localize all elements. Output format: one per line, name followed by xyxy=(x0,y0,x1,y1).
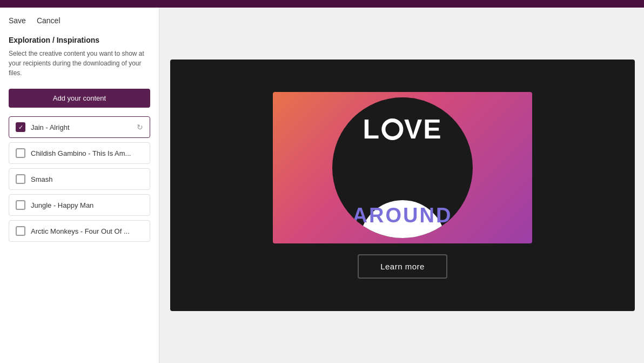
sidebar: Save Cancel Exploration / Inspirations S… xyxy=(0,8,159,363)
item-label-jungle: Jungle - Happy Man xyxy=(31,201,143,209)
preview-container: IF L VE AROUND IS xyxy=(170,60,635,311)
is-text: IS xyxy=(531,154,532,181)
checkbox-childish[interactable] xyxy=(16,148,25,158)
item-label-arctic: Arctic Monkeys - Four Out Of ... xyxy=(31,227,143,235)
list-item: Smash xyxy=(9,168,150,190)
item-label-smash: Smash xyxy=(31,175,143,183)
preview-image: IF L VE AROUND IS xyxy=(273,92,532,243)
list-item: Jungle - Happy Man xyxy=(9,194,150,216)
love-o xyxy=(381,118,403,140)
save-button[interactable]: Save xyxy=(9,16,26,25)
list-item: Arctic Monkeys - Four Out Of ... xyxy=(9,220,150,242)
love-circle: L VE AROUND xyxy=(332,97,473,238)
checkbox-arctic[interactable] xyxy=(16,226,25,236)
item-label-childish: Childish Gambino - This Is Am... xyxy=(31,149,143,157)
list-item: Jain - Alright ↻ xyxy=(9,116,150,138)
learn-more-button[interactable]: Learn more xyxy=(358,254,447,279)
main-layout: Save Cancel Exploration / Inspirations S… xyxy=(0,8,644,363)
around-text: AROUND xyxy=(353,204,453,227)
love-ve: VE xyxy=(404,114,442,145)
section-title: Exploration / Inspirations xyxy=(9,36,150,44)
top-bar xyxy=(0,0,644,8)
love-graphic: IF L VE AROUND IS xyxy=(273,92,532,243)
section-description: Select the creative content you want to … xyxy=(9,49,150,78)
cancel-button[interactable]: Cancel xyxy=(37,16,61,25)
checkbox-jungle[interactable] xyxy=(16,200,25,210)
sidebar-actions: Save Cancel xyxy=(9,16,150,25)
list-item: Childish Gambino - This Is Am... xyxy=(9,142,150,164)
love-l: L xyxy=(363,114,380,145)
item-label-jain: Jain - Alright xyxy=(31,123,131,131)
checkbox-jain[interactable] xyxy=(16,122,25,132)
main-content: IF L VE AROUND IS xyxy=(159,8,644,363)
refresh-icon[interactable]: ↻ xyxy=(137,123,143,131)
add-content-button[interactable]: Add your content xyxy=(9,89,150,108)
checkbox-smash[interactable] xyxy=(16,174,25,184)
